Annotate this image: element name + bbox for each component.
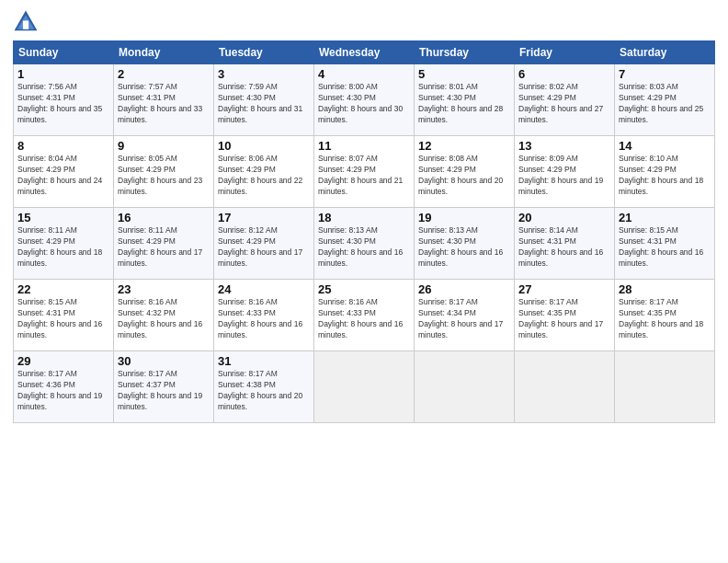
day-detail: Sunrise: 7:59 AMSunset: 4:30 PMDaylight:… — [218, 82, 310, 126]
day-number: 15 — [17, 211, 109, 224]
calendar-cell: 8Sunrise: 8:04 AMSunset: 4:29 PMDaylight… — [14, 136, 114, 208]
day-detail: Sunrise: 8:03 AMSunset: 4:29 PMDaylight:… — [619, 82, 711, 126]
day-detail: Sunrise: 8:14 AMSunset: 4:31 PMDaylight:… — [518, 225, 610, 270]
day-number: 9 — [118, 139, 210, 153]
calendar-cell: 30Sunrise: 8:17 AMSunset: 4:37 PMDayligh… — [114, 351, 214, 423]
day-detail: Sunrise: 8:06 AMSunset: 4:29 PMDaylight:… — [218, 154, 310, 198]
calendar-cell — [615, 351, 715, 423]
day-number: 7 — [619, 67, 711, 81]
calendar-header-row: SundayMondayTuesdayWednesdayThursdayFrid… — [14, 41, 715, 64]
day-number: 26 — [418, 282, 510, 296]
calendar-cell: 12Sunrise: 8:08 AMSunset: 4:29 PMDayligh… — [415, 136, 515, 208]
day-detail: Sunrise: 8:02 AMSunset: 4:29 PMDaylight:… — [518, 82, 610, 126]
day-number: 28 — [619, 282, 711, 296]
day-number: 31 — [218, 354, 310, 368]
calendar-cell: 28Sunrise: 8:17 AMSunset: 4:35 PMDayligh… — [615, 280, 715, 351]
calendar-cell: 5Sunrise: 8:01 AMSunset: 4:30 PMDaylight… — [415, 64, 515, 136]
calendar-cell: 9Sunrise: 8:05 AMSunset: 4:29 PMDaylight… — [114, 136, 214, 208]
day-detail: Sunrise: 8:13 AMSunset: 4:30 PMDaylight:… — [418, 225, 510, 270]
calendar-cell: 10Sunrise: 8:06 AMSunset: 4:29 PMDayligh… — [214, 136, 314, 208]
day-detail: Sunrise: 8:09 AMSunset: 4:29 PMDaylight:… — [518, 154, 610, 198]
calendar-cell: 27Sunrise: 8:17 AMSunset: 4:35 PMDayligh… — [515, 280, 615, 351]
day-detail: Sunrise: 8:17 AMSunset: 4:36 PMDaylight:… — [17, 369, 109, 413]
day-detail: Sunrise: 8:00 AMSunset: 4:30 PMDaylight:… — [318, 82, 410, 126]
calendar-cell: 15Sunrise: 8:11 AMSunset: 4:29 PMDayligh… — [14, 208, 114, 280]
calendar-header-cell: Wednesday — [314, 41, 415, 64]
calendar-cell — [515, 351, 615, 423]
calendar-cell: 6Sunrise: 8:02 AMSunset: 4:29 PMDaylight… — [515, 64, 615, 136]
calendar-week-row: 29Sunrise: 8:17 AMSunset: 4:36 PMDayligh… — [14, 351, 715, 423]
day-number: 8 — [17, 139, 109, 153]
day-number: 14 — [619, 139, 711, 153]
day-number: 11 — [318, 139, 410, 153]
day-number: 13 — [518, 139, 610, 153]
calendar-cell — [415, 351, 515, 423]
calendar-cell: 16Sunrise: 8:11 AMSunset: 4:29 PMDayligh… — [114, 208, 214, 280]
calendar-cell: 22Sunrise: 8:15 AMSunset: 4:31 PMDayligh… — [14, 280, 114, 351]
day-detail: Sunrise: 8:11 AMSunset: 4:29 PMDaylight:… — [17, 225, 109, 270]
day-detail: Sunrise: 8:16 AMSunset: 4:33 PMDaylight:… — [218, 297, 310, 341]
day-detail: Sunrise: 8:17 AMSunset: 4:35 PMDaylight:… — [518, 297, 610, 341]
day-detail: Sunrise: 8:17 AMSunset: 4:35 PMDaylight:… — [619, 297, 711, 341]
calendar-cell: 21Sunrise: 8:15 AMSunset: 4:31 PMDayligh… — [615, 208, 715, 280]
day-detail: Sunrise: 8:13 AMSunset: 4:30 PMDaylight:… — [318, 225, 410, 270]
day-number: 27 — [518, 282, 610, 296]
calendar-body: 1Sunrise: 7:56 AMSunset: 4:31 PMDaylight… — [14, 64, 715, 423]
day-detail: Sunrise: 8:17 AMSunset: 4:37 PMDaylight:… — [118, 369, 210, 413]
calendar-cell: 3Sunrise: 7:59 AMSunset: 4:30 PMDaylight… — [214, 64, 314, 136]
day-number: 2 — [118, 67, 210, 81]
calendar-cell: 20Sunrise: 8:14 AMSunset: 4:31 PMDayligh… — [515, 208, 615, 280]
day-detail: Sunrise: 7:57 AMSunset: 4:31 PMDaylight:… — [118, 82, 210, 126]
calendar-cell: 2Sunrise: 7:57 AMSunset: 4:31 PMDaylight… — [114, 64, 214, 136]
calendar-header-cell: Saturday — [615, 41, 715, 64]
day-detail: Sunrise: 8:16 AMSunset: 4:32 PMDaylight:… — [118, 297, 210, 341]
calendar-header-cell: Monday — [114, 41, 214, 64]
calendar-cell: 23Sunrise: 8:16 AMSunset: 4:32 PMDayligh… — [114, 280, 214, 351]
day-detail: Sunrise: 8:08 AMSunset: 4:29 PMDaylight:… — [418, 154, 510, 198]
day-detail: Sunrise: 8:15 AMSunset: 4:31 PMDaylight:… — [619, 225, 711, 270]
day-detail: Sunrise: 8:07 AMSunset: 4:29 PMDaylight:… — [318, 154, 410, 198]
day-number: 23 — [118, 282, 210, 296]
calendar-week-row: 22Sunrise: 8:15 AMSunset: 4:31 PMDayligh… — [14, 280, 715, 351]
calendar-table: SundayMondayTuesdayWednesdayThursdayFrid… — [13, 40, 715, 423]
day-number: 5 — [418, 67, 510, 81]
calendar-cell: 4Sunrise: 8:00 AMSunset: 4:30 PMDaylight… — [314, 64, 415, 136]
day-detail: Sunrise: 8:12 AMSunset: 4:29 PMDaylight:… — [218, 225, 310, 270]
calendar-cell: 24Sunrise: 8:16 AMSunset: 4:33 PMDayligh… — [214, 280, 314, 351]
day-number: 20 — [518, 211, 610, 224]
day-number: 1 — [17, 67, 109, 81]
day-detail: Sunrise: 8:10 AMSunset: 4:29 PMDaylight:… — [619, 154, 711, 198]
day-number: 4 — [318, 67, 410, 81]
calendar-cell: 19Sunrise: 8:13 AMSunset: 4:30 PMDayligh… — [415, 208, 515, 280]
calendar-cell: 13Sunrise: 8:09 AMSunset: 4:29 PMDayligh… — [515, 136, 615, 208]
calendar-cell: 7Sunrise: 8:03 AMSunset: 4:29 PMDaylight… — [615, 64, 715, 136]
day-number: 6 — [518, 67, 610, 81]
calendar-week-row: 8Sunrise: 8:04 AMSunset: 4:29 PMDaylight… — [14, 136, 715, 208]
logo — [13, 9, 42, 35]
calendar-cell: 25Sunrise: 8:16 AMSunset: 4:33 PMDayligh… — [314, 280, 415, 351]
calendar-cell: 14Sunrise: 8:10 AMSunset: 4:29 PMDayligh… — [615, 136, 715, 208]
header — [13, 9, 715, 35]
calendar-week-row: 1Sunrise: 7:56 AMSunset: 4:31 PMDaylight… — [14, 64, 715, 136]
day-number: 18 — [318, 211, 410, 224]
calendar-header-cell: Sunday — [14, 41, 114, 64]
day-detail: Sunrise: 8:15 AMSunset: 4:31 PMDaylight:… — [17, 297, 109, 341]
calendar-cell: 26Sunrise: 8:17 AMSunset: 4:34 PMDayligh… — [415, 280, 515, 351]
day-number: 29 — [17, 354, 109, 368]
calendar-header-cell: Friday — [515, 41, 615, 64]
calendar-cell: 17Sunrise: 8:12 AMSunset: 4:29 PMDayligh… — [214, 208, 314, 280]
day-number: 24 — [218, 282, 310, 296]
day-detail: Sunrise: 8:04 AMSunset: 4:29 PMDaylight:… — [17, 154, 109, 198]
logo-icon — [13, 9, 39, 35]
day-detail: Sunrise: 8:17 AMSunset: 4:38 PMDaylight:… — [218, 369, 310, 413]
day-number: 12 — [418, 139, 510, 153]
day-number: 25 — [318, 282, 410, 296]
day-number: 16 — [118, 211, 210, 224]
day-number: 30 — [118, 354, 210, 368]
calendar-header-cell: Thursday — [415, 41, 515, 64]
page-container: SundayMondayTuesdayWednesdayThursdayFrid… — [0, 0, 728, 431]
day-detail: Sunrise: 8:05 AMSunset: 4:29 PMDaylight:… — [118, 154, 210, 198]
calendar-cell: 31Sunrise: 8:17 AMSunset: 4:38 PMDayligh… — [214, 351, 314, 423]
day-detail: Sunrise: 8:01 AMSunset: 4:30 PMDaylight:… — [418, 82, 510, 126]
day-number: 3 — [218, 67, 310, 81]
